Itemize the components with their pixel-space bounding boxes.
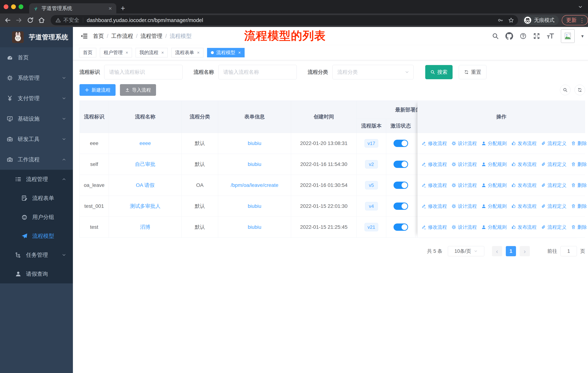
form-info-link[interactable]: biubiu <box>248 203 261 209</box>
goto-page-input[interactable] <box>560 246 577 256</box>
edit-process-link[interactable]: 修改流程 <box>422 224 447 230</box>
create-process-button[interactable]: 新建流程 <box>79 84 116 96</box>
browser-update-button[interactable]: 更新 ⋮ <box>562 15 588 25</box>
process-key-input[interactable] <box>104 65 183 80</box>
bookmark-star-icon[interactable] <box>508 17 514 23</box>
tag-close-icon[interactable]: × <box>238 50 241 55</box>
reset-button[interactable]: 重置 <box>459 65 486 79</box>
edit-process-link[interactable]: 修改流程 <box>422 182 447 189</box>
assign-rule-link[interactable]: 分配规则 <box>481 224 507 230</box>
form-info-link[interactable]: biubiu <box>248 161 261 167</box>
delete-link[interactable]: 删除 <box>571 161 587 168</box>
browser-menu-dots-icon[interactable]: ⋮ <box>579 17 585 23</box>
sidebar-item-leave-query[interactable]: 请假查询 <box>0 264 73 283</box>
assign-rule-link[interactable]: 分配规则 <box>481 203 507 210</box>
process-definition-link[interactable]: 流程定义 <box>541 140 567 147</box>
process-definition-link[interactable]: 流程定义 <box>541 161 567 168</box>
avatar-caret-down-icon[interactable]: ▾ <box>581 33 584 39</box>
design-process-link[interactable]: 设计流程 <box>452 161 477 168</box>
breadcrumb-process-management[interactable]: 流程管理 <box>141 32 162 40</box>
publish-process-link[interactable]: 发布流程 <box>511 182 537 189</box>
github-icon[interactable] <box>505 32 513 40</box>
delete-link[interactable]: 删除 <box>571 140 587 147</box>
sidebar-item-home[interactable]: 首页 <box>0 47 73 68</box>
new-tab-button[interactable]: + <box>121 5 125 12</box>
reload-icon[interactable] <box>27 17 34 24</box>
form-info-link[interactable]: biubiu <box>248 141 261 146</box>
process-name-link[interactable]: 滔博 <box>140 224 150 230</box>
next-page-button[interactable]: › <box>520 246 530 256</box>
search-icon[interactable] <box>492 33 499 40</box>
tag-close-icon[interactable]: × <box>161 50 164 55</box>
toggle-search-button[interactable] <box>560 85 570 95</box>
publish-process-link[interactable]: 发布流程 <box>511 161 537 168</box>
sidebar-fold-icon[interactable] <box>81 32 88 40</box>
tag-process-form[interactable]: 流程表单 × <box>171 48 203 57</box>
process-name-link[interactable]: 自己审批 <box>135 161 156 167</box>
tag-tenant-management[interactable]: 租户管理 × <box>100 48 132 57</box>
tag-close-icon[interactable]: × <box>197 50 200 55</box>
tag-home[interactable]: 首页 <box>79 48 96 57</box>
import-process-button[interactable]: 导入流程 <box>120 84 156 96</box>
process-name-link[interactable]: OA 请假 <box>136 182 155 188</box>
avatar[interactable] <box>561 29 575 43</box>
browser-tab[interactable]: 芋道管理系统 × <box>29 3 116 13</box>
breadcrumb-home[interactable]: 首页 <box>93 32 104 40</box>
process-definition-link[interactable]: 流程定义 <box>541 203 567 210</box>
form-info-link[interactable]: /bpm/oa/leave/create <box>231 182 279 188</box>
tag-my-process[interactable]: 我的流程 × <box>136 48 168 57</box>
sidebar-item-dev-tools[interactable]: 研发工具 <box>0 129 73 149</box>
back-icon[interactable] <box>4 17 11 24</box>
delete-link[interactable]: 删除 <box>571 182 587 189</box>
window-minimize-button[interactable] <box>11 4 16 9</box>
active-status-toggle[interactable] <box>394 202 408 210</box>
sidebar-item-payment[interactable]: 支付管理 <box>0 88 73 109</box>
active-status-toggle[interactable] <box>394 140 408 147</box>
design-process-link[interactable]: 设计流程 <box>452 182 477 189</box>
sidebar-item-infrastructure[interactable]: 基础设施 <box>0 109 73 129</box>
process-name-link[interactable]: eeee <box>139 141 151 146</box>
sidebar-item-task-management[interactable]: 任务管理 <box>0 245 73 264</box>
page-size-select[interactable]: 10条/页 <box>448 246 484 256</box>
edit-process-link[interactable]: 修改流程 <box>422 140 447 147</box>
breadcrumb-workflow[interactable]: 工作流程 <box>111 32 133 40</box>
design-process-link[interactable]: 设计流程 <box>452 224 477 230</box>
search-button[interactable]: 搜索 <box>425 65 452 79</box>
sidebar-item-system[interactable]: 系统管理 <box>0 68 73 88</box>
delete-link[interactable]: 删除 <box>571 224 587 230</box>
tag-process-model[interactable]: 流程模型 × <box>207 48 245 57</box>
assign-rule-link[interactable]: 分配规则 <box>481 140 507 147</box>
window-zoom-button[interactable] <box>19 4 23 9</box>
active-status-toggle[interactable] <box>394 161 408 168</box>
design-process-link[interactable]: 设计流程 <box>452 203 477 210</box>
prev-page-button[interactable]: ‹ <box>492 246 502 256</box>
font-size-icon[interactable] <box>547 32 554 40</box>
fullscreen-icon[interactable] <box>533 33 540 40</box>
tab-close-icon[interactable]: × <box>108 5 113 11</box>
edit-process-link[interactable]: 修改流程 <box>422 203 447 210</box>
address-bar[interactable]: 不安全 dashboard.yudao.iocoder.cn/bpm/manag… <box>51 15 518 25</box>
home-icon[interactable] <box>38 17 45 24</box>
sidebar-item-process-model[interactable]: 流程模型 <box>0 227 73 245</box>
form-info-link[interactable]: biubiu <box>248 224 261 230</box>
process-definition-link[interactable]: 流程定义 <box>541 182 567 189</box>
window-close-button[interactable] <box>4 4 8 9</box>
sidebar-item-process-form[interactable]: 流程表单 <box>0 189 73 208</box>
active-status-toggle[interactable] <box>394 223 408 231</box>
delete-link[interactable]: 删除 <box>571 203 587 210</box>
tab-list-chevron-icon[interactable] <box>578 4 583 10</box>
process-name-link[interactable]: 测试多审批人 <box>130 203 161 209</box>
publish-process-link[interactable]: 发布流程 <box>511 140 537 147</box>
assign-rule-link[interactable]: 分配规则 <box>481 182 507 189</box>
sidebar-item-user-group[interactable]: 用户分组 <box>0 208 73 227</box>
help-icon[interactable] <box>520 33 526 40</box>
design-process-link[interactable]: 设计流程 <box>452 140 477 147</box>
assign-rule-link[interactable]: 分配规则 <box>481 161 507 168</box>
page-1-button[interactable]: 1 <box>506 246 516 256</box>
active-status-toggle[interactable] <box>394 181 408 189</box>
tag-close-icon[interactable]: × <box>126 50 128 55</box>
process-name-input[interactable] <box>218 65 297 80</box>
sidebar-item-workflow[interactable]: 工作流程 <box>0 149 73 170</box>
forward-icon[interactable] <box>15 17 23 24</box>
password-key-icon[interactable] <box>498 17 504 23</box>
